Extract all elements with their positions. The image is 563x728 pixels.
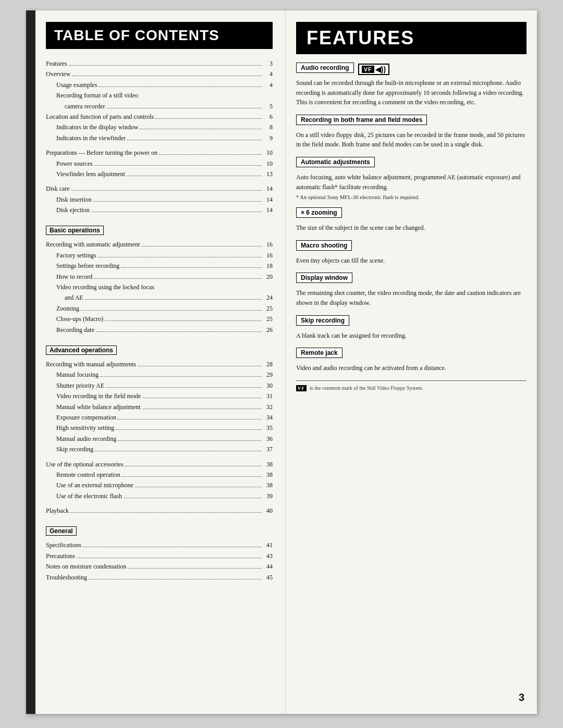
toc-page: 34: [263, 412, 273, 423]
toc-page: 38: [263, 480, 273, 490]
toc-dots: [141, 239, 262, 246]
toc-header: TABLE OF CONTENTS: [46, 22, 273, 49]
toc-page: 6: [263, 112, 273, 122]
toc-spacer: [46, 179, 273, 183]
toc-how-to-record: How to record 20: [56, 272, 273, 282]
toc-dots: [127, 133, 262, 140]
toc-playback: Playback 40: [46, 505, 273, 516]
toc-dots: [135, 480, 262, 487]
toc-dots: [121, 261, 262, 268]
toc-label: Precautions: [46, 551, 75, 561]
macro-shooting-label-wrap: Macro shooting: [296, 240, 527, 253]
feature-skip-recording: Skip recording A blank track can be assi…: [296, 315, 527, 341]
basic-operations-label: Basic operations: [46, 226, 104, 235]
toc-specifications: Specifications 41: [46, 540, 273, 550]
toc-indicators-display: Indicators in the display window 8: [56, 122, 273, 132]
toc-label: High sensitivity setting: [56, 423, 114, 433]
remote-jack-label: Remote jack: [296, 348, 342, 358]
toc-label: Disk insertion: [56, 194, 92, 205]
toc-page: 16: [263, 239, 273, 250]
toc-manual-focusing: Manual focusing 29: [56, 369, 273, 380]
toc-dots: [118, 434, 262, 441]
toc-page: 5: [263, 101, 273, 112]
toc-label: Power sources: [56, 158, 93, 169]
toc-label: How to record: [56, 272, 92, 282]
toc-page: 40: [263, 505, 273, 516]
toc-page: 36: [263, 434, 273, 444]
toc-label: Indicators in the viewfinder: [56, 133, 126, 143]
toc-page: 8: [263, 122, 273, 132]
toc-label: Manual focusing: [56, 369, 99, 380]
toc-page: 28: [263, 359, 273, 369]
toc-dots: [83, 540, 262, 547]
toc-dots: [128, 561, 262, 569]
toc-page: 24: [263, 292, 273, 303]
toc-label: Skip recording: [56, 444, 93, 454]
audio-recording-label: Audio recording: [296, 63, 354, 73]
toc-page: 39: [263, 491, 273, 501]
zooming-label: × 6 zooming: [296, 207, 342, 218]
display-window-label: Display window: [296, 273, 352, 283]
toc-settings-before: Settings before recording 18: [56, 261, 273, 271]
toc-spacer: [46, 143, 273, 147]
toc-page: 38: [263, 470, 273, 480]
toc-dots: [142, 402, 262, 409]
toc-label: and AE: [65, 292, 83, 303]
toc-label: Recording format of a still video: [56, 90, 138, 101]
toc-dots: [105, 314, 262, 321]
toc-remote-control: Remote control operation 38: [56, 470, 273, 480]
toc-page: 25: [263, 303, 273, 314]
toc-dots: [94, 272, 262, 279]
toc-page: 14: [263, 194, 273, 205]
toc-exposure: Exposure compensation 34: [56, 412, 273, 423]
toc-factory-settings: Factory settings 16: [56, 250, 273, 261]
toc-page: 41: [263, 540, 273, 550]
toc-page: 4: [263, 80, 273, 90]
toc-high-sensitivity: High sensitivity setting 35: [56, 423, 273, 433]
toc-viewfinder-lens: Viewfinder lens adjustment 13: [56, 169, 273, 179]
toc-usage-examples: Usage examples 4: [56, 80, 273, 90]
feature-frame-field: Recording in both frame and field modes …: [296, 115, 527, 150]
toc-label: Close-ups (Macro): [56, 314, 103, 324]
toc-dots: [116, 423, 262, 430]
display-window-label-wrap: Display window: [296, 273, 527, 286]
toc-label: Exposure compensation: [56, 412, 116, 423]
frame-field-label: Recording in both frame and field modes: [296, 115, 427, 125]
toc-dots: [69, 58, 262, 66]
auto-adjust-footnote: * An optional Sony MFL-30 electronic fla…: [296, 194, 527, 200]
toc-page: 32: [263, 402, 273, 412]
toc-page: 3: [263, 58, 273, 69]
toc-dots: [122, 470, 262, 477]
toc-page: 14: [263, 183, 273, 194]
toc-dots: [125, 459, 262, 466]
toc-page: 25: [263, 314, 273, 324]
vf-box: VF: [362, 66, 374, 73]
page: TABLE OF CONTENTS Features 3 Overview 4 …: [26, 10, 537, 714]
content-area: TABLE OF CONTENTS Features 3 Overview 4 …: [35, 10, 537, 714]
audio-recording-text: Sound can be recorded through the built-…: [296, 78, 527, 107]
toc-label: Recording with manual adjustments: [46, 359, 136, 369]
toc-page: 13: [263, 169, 273, 179]
toc-troubleshooting: Troubleshooting 45: [46, 572, 273, 583]
toc-label: Zooming: [56, 303, 79, 314]
zooming-label-wrap: × 6 zooming: [296, 207, 527, 220]
advanced-operations-label: Advanced operations: [46, 346, 117, 355]
toc-label: Manual audio recording: [56, 434, 116, 444]
toc-label: Use of the electronic flash: [56, 491, 122, 501]
toc-locked-focus: Video recording using the locked focus: [56, 282, 273, 292]
toc-dots: [77, 551, 262, 558]
toc-page: [263, 90, 273, 101]
toc-label: Shutter priority AE: [56, 380, 104, 391]
toc-page: 18: [263, 261, 273, 271]
toc-label: Overview: [46, 69, 70, 79]
toc-page: 4: [263, 69, 273, 79]
toc-dots: [72, 69, 262, 76]
toc-page: 45: [263, 572, 273, 583]
page-number: 3: [519, 692, 524, 704]
toc-label: Use of an external microphone: [56, 480, 133, 490]
toc-indicators-viewfinder: Indicators in the viewfinder 9: [56, 133, 273, 143]
toc-label: Specifications: [46, 540, 81, 550]
toc-dots: [159, 147, 262, 155]
toc-page: [263, 282, 273, 292]
toc-disk-care: Disk care 14: [46, 183, 273, 194]
